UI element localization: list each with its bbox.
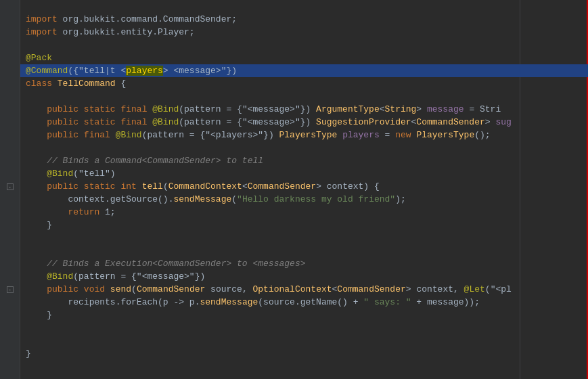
code-line-2: import org.bukkit.entity.Player; <box>20 26 588 39</box>
code-line-22: public void send(CommandSender source, O… <box>20 283 588 296</box>
code-line-0 <box>20 0 588 13</box>
code-line-14: public static int tell(CommandContext<Co… <box>20 180 588 193</box>
gutter-line-6 <box>0 77 20 90</box>
code-line-6: class TellCommand { <box>20 77 588 90</box>
gutter-line-10 <box>0 129 20 141</box>
gutter-line-26 <box>0 334 20 347</box>
gutter-line-11 <box>0 141 20 154</box>
gutter-line-25 <box>0 321 20 334</box>
gutter-line-22: - <box>0 283 20 296</box>
gutter-line-7 <box>0 90 20 103</box>
gutter-line-16 <box>0 206 20 219</box>
code-line-27: } <box>20 347 588 360</box>
code-line-26 <box>20 334 588 347</box>
gutter-line-1 <box>0 13 20 26</box>
gutter-line-2 <box>0 26 20 39</box>
gutter-line-23 <box>0 296 20 309</box>
fold-icon[interactable]: - <box>7 183 14 190</box>
gutter-line-4 <box>0 51 20 64</box>
code-line-25 <box>20 321 588 334</box>
code-line-17: } <box>20 219 588 231</box>
code-line-20: // Binds a Execution<CommandSender> to <… <box>20 257 588 270</box>
gutter-line-9 <box>0 116 20 129</box>
gutter-line-8 <box>0 103 20 116</box>
gutter-line-18 <box>0 231 20 244</box>
code-line-12: // Binds a Command<CommandSender> to tel… <box>20 154 588 167</box>
code-line-15: context.getSource().sendMessage("Hello d… <box>20 193 588 206</box>
code-line-19 <box>20 244 588 257</box>
code-line-11 <box>20 141 588 154</box>
gutter-line-21 <box>0 270 20 283</box>
gutter-line-27 <box>0 347 20 360</box>
code-line-10: public final @Bind(pattern = {"<players>… <box>20 129 588 141</box>
gutter-line-17 <box>0 219 20 231</box>
gutter-line-14: - <box>0 180 20 193</box>
code-line-24: } <box>20 309 588 321</box>
code-line-16: return 1; <box>20 206 588 219</box>
code-editor: -- import org.bukkit.command.CommandSend… <box>0 0 588 379</box>
code-line-21: @Bind(pattern = {"<message>"}) <box>20 270 588 283</box>
gutter-line-12 <box>0 154 20 167</box>
code-line-9: public static final @Bind(pattern = {"<m… <box>20 116 588 129</box>
gutter-line-20 <box>0 257 20 270</box>
code-line-13: @Bind("tell") <box>20 167 588 180</box>
code-line-1: import org.bukkit.command.CommandSender; <box>20 13 588 26</box>
gutter-line-19 <box>0 244 20 257</box>
code-line-18 <box>20 231 588 244</box>
code-line-7 <box>20 90 588 103</box>
gutter-line-5 <box>0 64 20 77</box>
code-line-23: recipents.forEach(p -> p.sendMessage(sou… <box>20 296 588 309</box>
fold-icon[interactable]: - <box>7 286 14 293</box>
gutter-line-15 <box>0 193 20 206</box>
gutter-line-0 <box>0 0 20 13</box>
code-line-8: public static final @Bind(pattern = {"<m… <box>20 103 588 116</box>
code-area[interactable]: import org.bukkit.command.CommandSender;… <box>20 0 588 379</box>
code-line-3 <box>20 39 588 51</box>
line-gutter: -- <box>0 0 20 379</box>
gutter-line-3 <box>0 39 20 51</box>
code-line-5: @Command({"tell|t <players> <message>"}) <box>20 64 588 77</box>
code-line-4: @Pack <box>20 51 588 64</box>
gutter-line-24 <box>0 309 20 321</box>
gutter-line-13 <box>0 167 20 180</box>
